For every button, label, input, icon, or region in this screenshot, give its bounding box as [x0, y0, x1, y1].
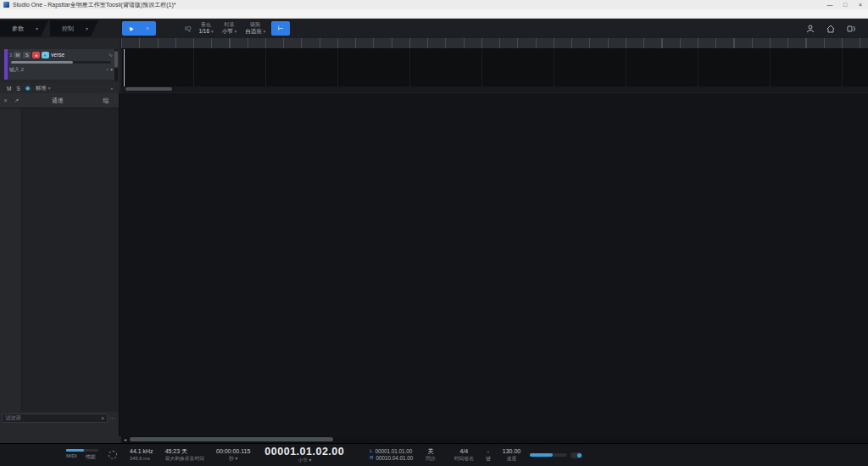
solo-button[interactable]: S [23, 52, 31, 58]
tempo-label: 速度 [507, 456, 517, 462]
mono-icon[interactable]: ○ [106, 67, 108, 72]
menu-bar [0, 9, 868, 19]
remaining-record-time-label: 最大剩余录音时间 [165, 456, 204, 462]
app-logo-icon [3, 2, 9, 8]
sample-rate: 44.1 kHz [130, 448, 153, 455]
power-icon[interactable]: ◉ [25, 85, 31, 92]
home-icon[interactable] [826, 25, 835, 33]
waveform-icon: ∿ [108, 52, 113, 58]
midi-indicator: MIDI [66, 453, 77, 461]
arrange-view: 3 M S ● ◐ verse ∿ 输入 2 ○▾ M S ◉ 标准 ▾ [0, 38, 868, 93]
snap-toggle-button[interactable]: ⊢ [271, 21, 290, 36]
quantize-dropdown[interactable]: 量化 1/16 ▾ [198, 22, 213, 34]
channel-strips [121, 93, 868, 436]
track-number: 3 [9, 53, 12, 58]
tempo-value[interactable]: 130.00 [503, 448, 520, 455]
arrange-track-panel: 3 M S ● ◐ verse ∿ 输入 2 ○▾ M S ◉ 标准 ▾ [0, 38, 120, 93]
secondary-time-unit[interactable]: 秒 ▾ [229, 456, 237, 462]
preset-dropdown[interactable]: 标准 ▾ [36, 85, 51, 92]
timeline-ruler[interactable] [121, 38, 868, 49]
timebase-dropdown[interactable]: 时基 小节 ▾ [222, 22, 237, 34]
channel-list [22, 108, 119, 412]
loop-end-label: R [370, 455, 373, 462]
minimize-button[interactable]: — [822, 0, 837, 9]
key-label: 键 [486, 456, 491, 462]
loop-start-value[interactable]: 00001.01.01.00 [375, 448, 412, 455]
clear-filter-icon[interactable]: × [101, 415, 104, 421]
window-title: Studio One - Rapsttar全明星工作室Toosii(背谱版)预设… [13, 1, 176, 9]
record-arm-button[interactable]: ● [32, 52, 40, 58]
filter-input[interactable]: 滤波器 × [2, 413, 108, 423]
channel-type-tabs [0, 424, 119, 436]
detach-console-icon[interactable]: ↗ [11, 97, 22, 104]
chevron-down-icon: ▾ [86, 25, 88, 31]
sync-value[interactable]: 关 [428, 448, 434, 455]
track-input-label[interactable]: 输入 2 [9, 66, 24, 74]
selection-tool-group: ▲ ▫ [122, 21, 156, 36]
mute-all-button[interactable]: M [7, 86, 11, 92]
track-bottom-bar: M S ◉ 标准 ▾ ▪ [0, 83, 120, 93]
chevron-down-icon[interactable]: ▾ [110, 67, 113, 72]
snap-dropdown[interactable]: 吸附 自适应 ▾ [245, 22, 265, 34]
loop-start-label: L [370, 448, 372, 455]
output-toggle[interactable] [570, 452, 582, 458]
menu-icon[interactable]: ▪ [111, 86, 113, 92]
control-dropdown[interactable]: 控制▾ [50, 20, 98, 36]
arrange-vertical-scrollbar[interactable] [114, 49, 118, 81]
secondary-time-display[interactable]: 00:00:00.115 [216, 448, 250, 455]
arrange-canvas[interactable] [121, 49, 868, 86]
console-channel-list: × ↗ 通道 组 滤波器 × ⋯ [0, 93, 120, 436]
latency: 345.6 ms [130, 456, 150, 462]
maximize-button[interactable]: □ [837, 0, 853, 9]
playhead[interactable] [124, 49, 125, 86]
arrange-track-header[interactable]: 3 M S ● ◐ verse ∿ 输入 2 ○▾ [4, 49, 114, 80]
performance-meter [66, 449, 98, 452]
remaining-record-time: 45:23 天 [165, 448, 187, 455]
arrange-horizontal-scrollbar[interactable] [121, 86, 868, 92]
console-left-rail [0, 108, 22, 412]
main-toolbar: 参数▾ 控制▾ ▲ ▫ IQ 量化 1/16 ▾ 时基 小节 ▾ 吸附 自适应 … [0, 19, 868, 38]
close-button[interactable]: × [853, 0, 868, 9]
activity-spinner-icon [108, 451, 117, 459]
sync-label: 同步 [426, 456, 436, 462]
chevron-down-icon: ▾ [36, 25, 38, 31]
main-time-unit[interactable]: 小节 ▾ [298, 458, 311, 463]
range-tool[interactable]: ▫ [139, 21, 156, 36]
mix-console: × ↗ 通道 组 滤波器 × ⋯ [0, 93, 868, 436]
time-signature-label: 时间签名 [454, 456, 474, 462]
scroll-left-icon[interactable]: ◄ [123, 436, 127, 443]
monitor-button[interactable]: ◐ [42, 52, 49, 58]
mute-button[interactable]: M [14, 52, 21, 58]
performance-label[interactable]: 性能 [86, 453, 96, 461]
output-volume-slider[interactable] [530, 453, 567, 457]
close-console-icon[interactable]: × [0, 97, 11, 103]
group-column-header: 组 [93, 97, 119, 105]
console-horizontal-scrollbar[interactable]: ◄ [121, 436, 868, 443]
key-value[interactable]: - [487, 448, 489, 455]
main-time-display[interactable]: 00001.01.02.00 [264, 447, 344, 458]
studio-one-window: Studio One - Rapsttar全明星工作室Toosii(背谱版)预设… [0, 0, 868, 466]
audio-device-icon[interactable] [847, 25, 856, 33]
solo-all-button[interactable]: S [16, 86, 19, 92]
input-quantize-label[interactable]: IQ [185, 25, 191, 31]
channel-column-header: 通道 [22, 97, 93, 105]
track-volume-slider[interactable] [11, 61, 111, 64]
params-dropdown[interactable]: 参数▾ [0, 20, 48, 36]
title-bar: Studio One - Rapsttar全明星工作室Toosii(背谱版)预设… [0, 0, 868, 9]
track-name: verse [51, 52, 64, 58]
loop-end-value[interactable]: 00010.04.01.00 [376, 455, 413, 462]
more-options-icon[interactable]: ⋯ [109, 415, 117, 422]
transport-bar: MIDI 性能 44.1 kHz 345.6 ms 45:23 天 最大剩余录音… [0, 443, 868, 466]
time-signature-value[interactable]: 4/4 [460, 448, 469, 455]
user-icon[interactable] [806, 25, 815, 33]
arrow-tool[interactable]: ▲ [122, 21, 139, 36]
